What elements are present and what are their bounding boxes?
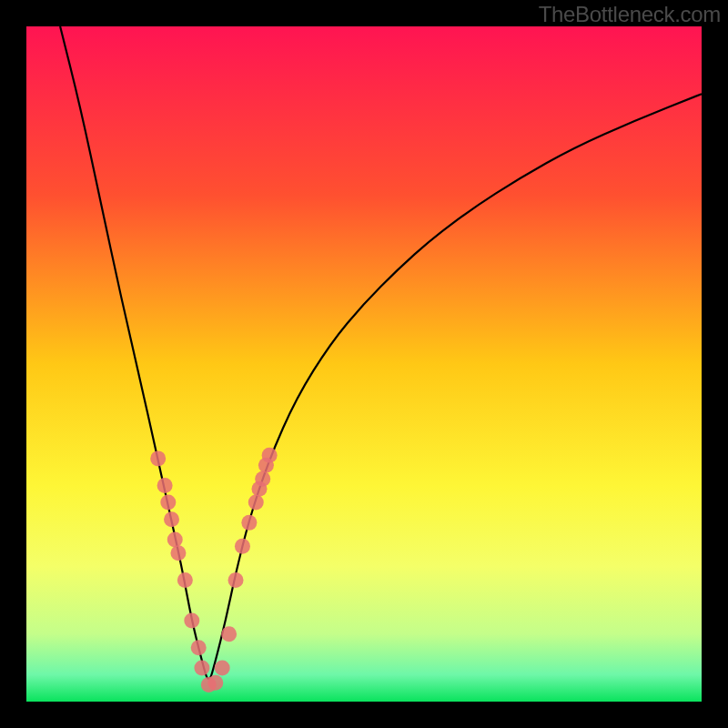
data-point <box>207 675 223 691</box>
data-point <box>228 572 244 588</box>
gradient-background <box>26 26 702 702</box>
data-point <box>248 495 264 511</box>
data-point <box>221 626 237 642</box>
data-point <box>167 531 183 547</box>
plot-svg <box>26 26 702 702</box>
data-point <box>194 660 209 675</box>
data-point <box>262 448 278 463</box>
data-point <box>235 539 250 554</box>
data-point <box>184 612 199 628</box>
watermark-text: TheBottleneck.com <box>539 2 721 27</box>
chart-frame: TheBottleneck.com <box>0 0 728 728</box>
data-point <box>157 478 173 493</box>
data-point <box>255 471 270 487</box>
data-point <box>191 640 207 655</box>
data-point <box>160 495 176 511</box>
data-point <box>215 660 230 675</box>
data-point <box>170 545 186 561</box>
bottleneck-plot <box>26 26 702 702</box>
data-point <box>177 572 193 588</box>
data-point <box>150 450 166 466</box>
data-point <box>164 511 179 527</box>
data-point <box>241 515 257 531</box>
